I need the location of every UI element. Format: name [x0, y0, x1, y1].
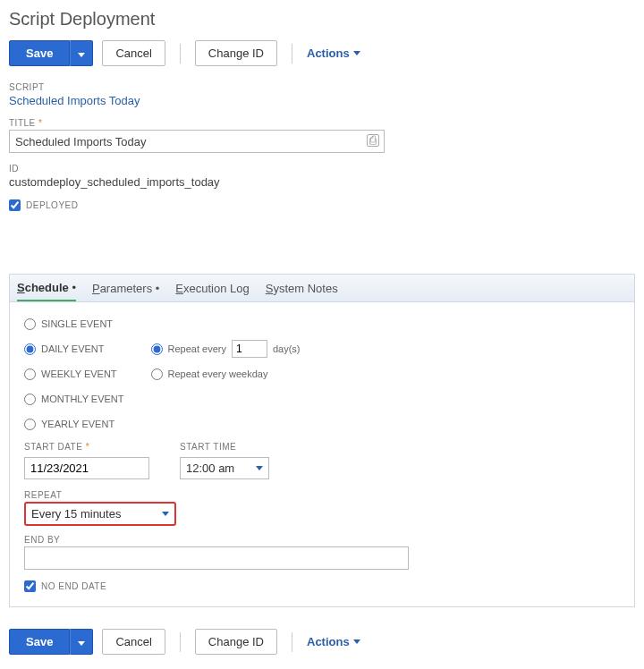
divider	[292, 44, 292, 64]
single-event-radio[interactable]	[24, 318, 36, 330]
chevron-down-icon	[78, 53, 85, 57]
chevron-down-icon	[256, 466, 263, 470]
start-date-label: START DATE	[24, 442, 82, 452]
no-end-date-checkbox[interactable]	[24, 580, 36, 592]
deployed-label: DEPLOYED	[26, 200, 78, 210]
repeat-every-input[interactable]	[232, 340, 267, 358]
yearly-event-radio[interactable]	[24, 419, 36, 430]
repeat-every-label-pre: Repeat every	[168, 343, 226, 354]
title-field: TITLE * ⎙	[9, 118, 635, 153]
title-label: TITLE *	[9, 118, 635, 128]
save-dropdown-button[interactable]	[70, 40, 93, 66]
save-split-button: Save	[9, 40, 93, 66]
single-event-label: SINGLE EVENT	[41, 318, 113, 329]
change-id-button[interactable]: Change ID	[195, 40, 277, 66]
save-button-bottom[interactable]: Save	[9, 629, 70, 655]
chevron-down-icon	[162, 512, 169, 516]
chevron-down-icon	[78, 641, 85, 646]
start-time-select[interactable]: 12:00 am	[180, 457, 269, 479]
title-input[interactable]	[9, 130, 385, 153]
repeat-every-radio[interactable]	[151, 343, 163, 355]
save-split-button-bottom: Save	[9, 629, 93, 655]
save-button[interactable]: Save	[9, 40, 70, 66]
save-dropdown-button-bottom[interactable]	[70, 629, 93, 655]
actions-menu[interactable]: Actions	[307, 47, 360, 60]
repeat-weekday-label: Repeat every weekday	[168, 368, 268, 379]
repeat-field: REPEAT Every 15 minutes	[24, 490, 623, 526]
divider	[180, 632, 181, 652]
divider	[292, 632, 292, 652]
daily-event-label: DAILY EVENT	[41, 343, 105, 354]
end-by-input[interactable]	[24, 546, 409, 570]
event-options: SINGLE EVENT DAILY EVENT WEEKLY EVENT MO…	[24, 315, 623, 433]
required-indicator: *	[86, 442, 89, 452]
end-by-field: END BY	[24, 535, 623, 570]
divider	[180, 44, 181, 64]
cancel-button[interactable]: Cancel	[102, 40, 165, 66]
start-date-field: START DATE *	[24, 442, 149, 479]
tab-schedule[interactable]: Schedule •	[17, 275, 76, 301]
toolbar-top: Save Cancel Change ID Actions	[9, 40, 635, 66]
change-id-button-bottom[interactable]: Change ID	[195, 629, 277, 655]
monthly-event-label: MONTHLY EVENT	[41, 394, 124, 404]
id-field: ID customdeploy_scheduled_imports_today	[9, 164, 635, 189]
toolbar-bottom: Save Cancel Change ID Actions	[9, 629, 635, 655]
weekly-event-radio[interactable]	[24, 368, 36, 380]
start-time-value: 12:00 am	[186, 462, 234, 475]
repeat-label: REPEAT	[24, 490, 623, 500]
start-date-input[interactable]	[24, 457, 149, 479]
deployed-checkbox[interactable]	[9, 199, 21, 211]
script-label: SCRIPT	[9, 82, 635, 92]
no-end-date-field: NO END DATE	[24, 580, 623, 592]
id-value: customdeploy_scheduled_imports_today	[9, 175, 635, 189]
field-helper-icon[interactable]: ⎙	[367, 134, 379, 147]
end-by-label: END BY	[24, 535, 623, 545]
yearly-event-label: YEARLY EVENT	[41, 419, 114, 429]
repeat-weekday-radio[interactable]	[151, 368, 163, 380]
schedule-tab-body: SINGLE EVENT DAILY EVENT WEEKLY EVENT MO…	[9, 302, 635, 607]
tab-execution-log[interactable]: Execution Log	[175, 276, 249, 301]
repeat-select[interactable]: Every 15 minutes	[24, 502, 176, 526]
tab-system-notes[interactable]: System Notes	[266, 276, 338, 301]
repeat-every-label-post: day(s)	[273, 343, 301, 354]
weekly-event-label: WEEKLY EVENT	[41, 368, 117, 379]
required-indicator: *	[38, 118, 42, 128]
monthly-event-radio[interactable]	[24, 394, 36, 405]
chevron-down-icon	[353, 639, 360, 644]
start-time-label: START TIME	[180, 442, 269, 452]
deployed-field: DEPLOYED	[9, 199, 635, 211]
chevron-down-icon	[353, 51, 360, 55]
daily-event-radio[interactable]	[24, 343, 36, 355]
actions-label: Actions	[307, 47, 350, 60]
tab-bar: Schedule • Parameters • Execution Log Sy…	[9, 274, 635, 302]
start-time-field: START TIME 12:00 am	[180, 442, 269, 479]
cancel-button-bottom[interactable]: Cancel	[102, 629, 165, 655]
actions-menu-bottom[interactable]: Actions	[307, 635, 360, 648]
repeat-value: Every 15 minutes	[31, 507, 121, 521]
script-link[interactable]: Scheduled Imports Today	[9, 94, 635, 107]
page-title: Script Deployment	[9, 9, 635, 30]
id-label: ID	[9, 164, 635, 174]
script-field: SCRIPT Scheduled Imports Today	[9, 82, 635, 107]
no-end-date-label: NO END DATE	[41, 581, 106, 591]
actions-label-bottom: Actions	[307, 635, 350, 648]
tab-parameters[interactable]: Parameters •	[92, 276, 159, 301]
